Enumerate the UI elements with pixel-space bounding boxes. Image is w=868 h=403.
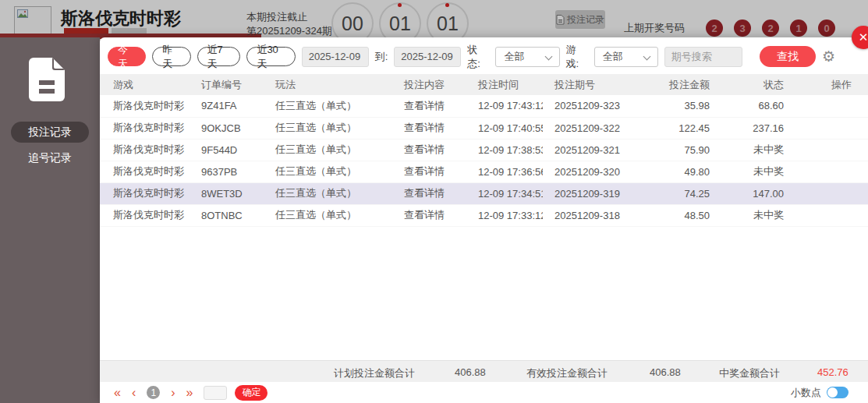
status-select[interactable]: 全部 [495,47,559,67]
plan-total-value: 406.88 [455,366,486,378]
bet-records-table: 游戏订单编号玩法投注内容投注时间投注期号投注金额状态操作 斯洛伐克时时彩9Z41… [100,74,868,227]
bet-records-icon [29,58,65,101]
current-page-indicator[interactable]: 1 [147,386,160,399]
quick-filter-button[interactable]: 昨天 [152,47,190,66]
cell-amount: 75.90 [656,139,714,161]
cell-period: 20251209-318 [543,204,656,226]
date-to-label: 到: [375,50,388,64]
cell-amount: 122.45 [656,117,714,139]
order-id-link[interactable]: 8WET3D [190,182,264,204]
cell-time: 12-09 17:36:56 [466,161,543,182]
decimal-toggle-switch[interactable] [827,387,849,398]
cell-status: 147.00 [714,182,788,204]
valid-total-label: 有效投注金额合计 [526,366,608,380]
last-page-button[interactable]: » [186,387,193,399]
order-id-link[interactable]: 9Z41FA [190,95,264,117]
chevron-down-icon [544,52,552,60]
game-select[interactable]: 全部 [594,47,658,67]
cell-play: 任三直选（单式） [264,182,392,204]
view-details-link[interactable]: 查看详情 [392,117,466,139]
find-button[interactable]: 查找 [760,46,816,67]
column-header: 玩法 [264,74,392,95]
table-row: 斯洛伐克时时彩9F544D任三直选（单式）查看详情12-09 17:38:532… [100,139,868,161]
cell-period: 20251209-323 [543,95,656,117]
records-sidebar: 投注记录追号记录 [0,37,100,403]
quick-filter-button[interactable]: 今天 [108,47,146,66]
date-to-input[interactable] [394,47,461,67]
cell-period: 20251209-320 [543,161,656,182]
cell-status: 未中奖 [714,161,788,182]
table-row: 斯洛伐克时时彩9OKJCB任三直选（单式）查看详情12-09 17:40:552… [100,117,868,139]
view-details-link[interactable]: 查看详情 [392,95,466,117]
column-header: 操作 [788,74,868,95]
cell-amount: 74.25 [656,182,714,204]
view-details-link[interactable]: 查看详情 [392,204,466,226]
decimal-toggle-group: 小数点 [791,386,849,400]
sidebar-item-active[interactable]: 投注记录 [11,122,89,143]
decimal-toggle-label: 小数点 [791,386,821,400]
win-total-value: 452.76 [817,366,849,378]
cell-play: 任三直选（单式） [264,117,392,139]
quick-filters: 今天昨天近7天近30天 [108,47,296,66]
cell-action [788,95,868,117]
prev-page-button[interactable]: ‹ [132,387,136,399]
order-id-link[interactable]: 9OKJCB [190,117,264,139]
column-header: 投注金额 [656,74,714,95]
cell-game: 斯洛伐克时时彩 [100,204,190,226]
cell-play: 任三直选（单式） [264,139,392,161]
cell-action [788,161,868,182]
status-select-value: 全部 [504,50,524,64]
cell-status: 未中奖 [714,139,788,161]
page-jump-input[interactable] [204,386,227,400]
quick-filter-button[interactable]: 近7天 [197,47,241,66]
game-label: 游戏: [566,43,588,71]
cell-play: 任三直选（单式） [264,161,392,182]
table-row: 斯洛伐克时时彩8WET3D任三直选（单式）查看详情12-09 17:34:512… [100,182,868,204]
cell-period: 20251209-321 [543,139,656,161]
cell-game: 斯洛伐克时时彩 [100,95,190,117]
cell-status: 未中奖 [714,204,788,226]
plan-total-label: 计划投注金额合计 [334,366,415,380]
first-page-button[interactable]: « [114,387,121,399]
cell-action [788,139,868,161]
view-details-link[interactable]: 查看详情 [392,182,466,204]
next-page-button[interactable]: › [171,387,175,399]
quick-filter-button[interactable]: 近30天 [246,47,295,66]
screen: 斯洛伐克时时彩 本期投注截止 第20251209-324期 000101 投注记… [0,0,868,403]
cell-action [788,204,868,226]
table-row: 斯洛伐克时时彩9637PB任三直选（单式）查看详情12-09 17:36:562… [100,161,868,182]
sidebar-menu: 投注记录追号记录 [0,122,100,173]
cell-amount: 35.98 [656,95,714,117]
cell-action [788,182,868,204]
records-table-body: 斯洛伐克时时彩9Z41FA任三直选（单式）查看详情12-09 17:43:122… [100,95,868,226]
order-id-link[interactable]: 9F544D [190,139,264,161]
cell-period: 20251209-322 [543,117,656,139]
cell-status: 237.16 [714,117,788,139]
cell-amount: 48.50 [656,204,714,226]
cell-time: 12-09 17:38:53 [466,139,543,161]
column-header: 状态 [714,74,788,95]
gear-icon[interactable]: ⚙ [822,49,835,64]
toggle-knob [827,387,838,398]
cell-time: 12-09 17:33:12 [466,204,543,226]
confirm-page-button[interactable]: 确定 [235,385,267,401]
cell-time: 12-09 17:40:55 [466,117,543,139]
chevron-down-icon [643,52,650,60]
cell-game: 斯洛伐克时时彩 [100,117,190,139]
cell-period: 20251209-319 [543,182,656,204]
cell-time: 12-09 17:43:12 [466,95,543,117]
status-label: 状态: [467,43,489,71]
view-details-link[interactable]: 查看详情 [392,161,466,182]
order-id-link[interactable]: 9637PB [190,161,264,182]
cell-action [788,117,868,139]
column-header: 游戏 [100,74,190,95]
cell-time: 12-09 17:34:51 [466,182,543,204]
view-details-link[interactable]: 查看详情 [392,139,466,161]
table-header-row: 游戏订单编号玩法投注内容投注时间投注期号投注金额状态操作 [100,74,868,95]
date-from-input[interactable] [302,47,369,67]
sidebar-item-inactive[interactable]: 追号记录 [11,147,89,168]
bet-records-modal: 今天昨天近7天近30天 到: 状态: 全部 游戏: 全部 查找 ⚙ [100,37,868,403]
order-id-link[interactable]: 8OTNBC [190,204,264,226]
cell-play: 任三直选（单式） [264,95,392,117]
period-search-input[interactable] [664,47,742,67]
